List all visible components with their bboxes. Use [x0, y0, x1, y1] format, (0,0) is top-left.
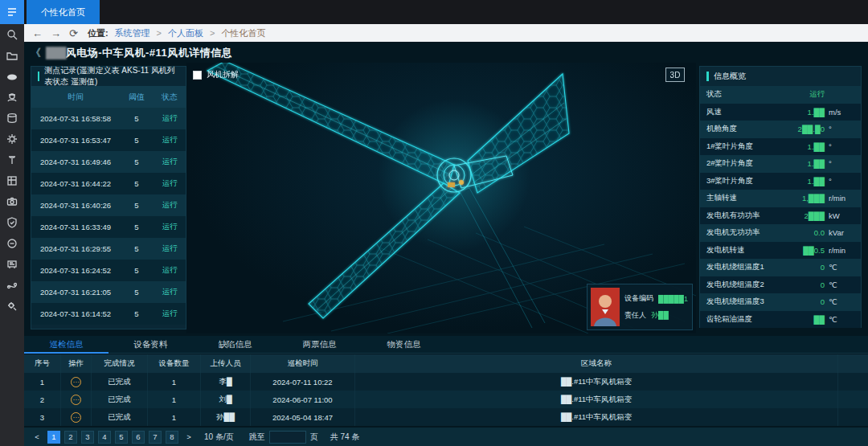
table-row[interactable]: 3 ⋯ 已完成1 孙██2024-05-04 18:47 ██.#11中车风机箱…	[24, 408, 868, 426]
info-row-nacelle-angle: 机舱角度2██.█0°	[700, 121, 861, 138]
user-hat-icon[interactable]	[0, 87, 24, 108]
prev-page-button[interactable]: <	[31, 431, 43, 444]
tab-material-info[interactable]: 物资信息	[362, 336, 446, 354]
page-button-2[interactable]: 2	[64, 431, 77, 444]
gear-icon[interactable]	[0, 129, 24, 149]
col-threshold: 阈值	[120, 92, 154, 103]
device-code-label: 设备编码	[624, 293, 653, 304]
dash-circle-icon[interactable]	[0, 233, 24, 254]
window-tab-bar: 个性化首页	[24, 0, 868, 24]
table-row[interactable]: 2024-07-31 16:29:555运行	[31, 238, 186, 260]
info-row-winding-temp1: 发电机绕组温度10℃	[700, 259, 861, 276]
tool-gear-icon[interactable]	[0, 296, 24, 317]
hammer-tool-icon[interactable]	[0, 149, 24, 170]
info-overview-panel: 信息概览 状态运行 风速1.██m/s 机舱角度2██.█0° 1#桨叶片角度1…	[699, 66, 862, 328]
col-time: 时间	[31, 92, 120, 103]
tab-defect-info[interactable]: 缺陷信息	[193, 336, 277, 354]
flag-board-icon[interactable]	[0, 254, 24, 275]
bottom-tab-bar: 巡检信息 设备资料 缺陷信息 两票信息 物资信息	[24, 336, 868, 354]
measurement-panel-title: 测点记录(遥测定义表 AKS-11 风机列表状态 遥测值)	[44, 65, 179, 88]
menu-icon[interactable]	[0, 0, 24, 24]
title-redacted-prefix: ███	[46, 47, 66, 59]
table-row[interactable]: 1 ⋯ 已完成1 李█2024-07-11 10:22 ██.#11中车风机箱变	[24, 373, 868, 391]
explode-checkbox-row: 风机拆解	[193, 69, 239, 80]
col-status: 状态	[154, 92, 186, 103]
table-row[interactable]: 2024-07-31 16:14:525运行	[31, 303, 186, 325]
inspection-table: 序号操作 完成情况设备数量 上传人员巡检时间 区域名称 1 ⋯ 已完成1 李█2…	[24, 354, 868, 426]
info-row-generator-speed: 发电机转速██0.5r/min	[700, 242, 861, 260]
pipeline-icon[interactable]	[0, 275, 24, 296]
page-jump-input[interactable]	[269, 431, 306, 444]
table-row[interactable]: 2024-07-31 16:24:525运行	[31, 260, 186, 281]
turbine-explode-label: 风机拆解	[207, 69, 239, 80]
accent-bar	[706, 72, 709, 81]
info-row-wind-speed: 风速1.██m/s	[700, 104, 861, 121]
tab-two-ticket-info[interactable]: 两票信息	[277, 336, 362, 354]
folder-icon[interactable]	[0, 45, 24, 66]
page-button-1[interactable]: 1	[47, 431, 60, 444]
table-row[interactable]: 2024-07-31 16:21:055运行	[31, 281, 186, 303]
breadcrumb-personal-home: 个性化首页	[221, 27, 265, 39]
measurement-panel-header: 测点记录(遥测定义表 AKS-11 风机列表状态 遥测值)	[31, 67, 186, 86]
page-size-select[interactable]: 10 条/页	[204, 432, 234, 443]
page-button-3[interactable]: 3	[81, 431, 94, 444]
row-actions-icon[interactable]: ⋯	[71, 412, 81, 423]
measurement-table-header: 时间 阈值 状态	[31, 86, 186, 108]
owner-row: 责任人 孙██	[624, 310, 688, 321]
page-button-7[interactable]: 7	[149, 431, 162, 444]
location-label: 位置:	[88, 27, 108, 39]
page-title-row: 《 ███风电场-中车风机-#11风机详情信息	[31, 45, 232, 61]
page-title: 风电场-中车风机-#11风机详情信息	[66, 47, 233, 59]
turbine-explode-checkbox[interactable]	[193, 71, 202, 80]
owner-label: 责任人	[624, 310, 646, 321]
breadcrumb-personal-panel[interactable]: 个人面板	[168, 27, 203, 39]
shield-check-icon[interactable]	[0, 212, 24, 233]
table-row[interactable]: 2024-07-31 16:33:495运行	[31, 216, 186, 238]
3d-mode-button[interactable]: 3D	[665, 68, 685, 82]
browser-nav-bar: ← → ⟳ 位置: 系统管理 > 个人面板 > 个性化首页	[24, 24, 868, 42]
tab-inspection-info[interactable]: 巡检信息	[24, 336, 108, 354]
breadcrumb-separator: >	[157, 28, 162, 38]
info-row-status: 状态运行	[700, 86, 861, 104]
measurement-table-body: 2024-07-31 16:58:585运行 2024-07-31 16:53:…	[31, 108, 186, 325]
table-row[interactable]: 2024-07-31 16:44:225运行	[31, 173, 186, 194]
breadcrumb-system-mgmt[interactable]: 系统管理	[115, 27, 150, 39]
forward-arrow-icon[interactable]: →	[51, 28, 61, 39]
info-row-active-power: 发电机有功功率2███kW	[700, 207, 861, 225]
measurement-record-panel: 测点记录(遥测定义表 AKS-11 风机列表状态 遥测值) 时间 阈值 状态 2…	[31, 66, 186, 329]
owner-value: 孙██	[651, 310, 669, 321]
inspection-table-header: 序号操作 完成情况设备数量 上传人员巡检时间 区域名称	[24, 354, 868, 373]
device-code-row: 设备编码 █████1	[624, 293, 688, 304]
back-arrow-icon[interactable]: ←	[32, 28, 43, 39]
info-row-blade1-angle: 1#桨叶片角度1.██°	[700, 138, 861, 156]
table-row[interactable]: 2 ⋯ 已完成1 刘█2024-06-07 11:00 ██.#11中车风机箱变	[24, 391, 868, 408]
window-tab-personal-home[interactable]: 个性化首页	[27, 0, 100, 24]
grid-panel-icon[interactable]	[0, 170, 24, 191]
cloud-icon[interactable]	[0, 66, 24, 87]
camera-icon[interactable]	[0, 191, 24, 212]
info-panel-title: 信息概览	[714, 71, 746, 82]
next-page-button[interactable]: >	[182, 431, 195, 444]
collapse-back-icon[interactable]: 《	[31, 46, 41, 60]
info-row-main-shaft-speed: 主轴转速1,███r/min	[700, 190, 861, 207]
tab-device-docs[interactable]: 设备资料	[108, 336, 193, 354]
wind-turbine-detail-app: 个性化首页 ← → ⟳ 位置: 系统管理 > 个人面板 > 个性化首页 《 ██…	[0, 0, 868, 446]
page-button-8[interactable]: 8	[166, 431, 178, 444]
table-row[interactable]: 2024-07-31 16:53:475运行	[31, 129, 186, 151]
turbine-3d-viewport[interactable]: 风机拆解 3D 设备编码 █████1 责任人 孙██	[186, 63, 696, 333]
row-actions-icon[interactable]: ⋯	[71, 395, 81, 405]
database-icon[interactable]	[0, 108, 24, 129]
refresh-icon[interactable]: ⟳	[69, 28, 78, 39]
table-row[interactable]: 2024-07-31 16:49:465运行	[31, 151, 186, 173]
table-row[interactable]: 2024-07-31 16:58:585运行	[31, 108, 186, 129]
jump-to-label: 跳至	[249, 432, 265, 443]
info-row-gearbox-oil-temp: 齿轮箱油温度██℃	[700, 311, 861, 329]
row-actions-icon[interactable]: ⋯	[71, 377, 81, 387]
page-button-4[interactable]: 4	[98, 431, 111, 444]
pagination-bar: < 1 2 3 4 5 6 7 8 > 10 条/页 跳至 页 共 74 条	[24, 428, 868, 446]
search-icon[interactable]	[0, 24, 24, 45]
breadcrumb-separator: >	[210, 28, 215, 38]
table-row[interactable]: 2024-07-31 16:40:265运行	[31, 194, 186, 216]
page-button-6[interactable]: 6	[132, 431, 145, 444]
page-button-5[interactable]: 5	[115, 431, 128, 444]
